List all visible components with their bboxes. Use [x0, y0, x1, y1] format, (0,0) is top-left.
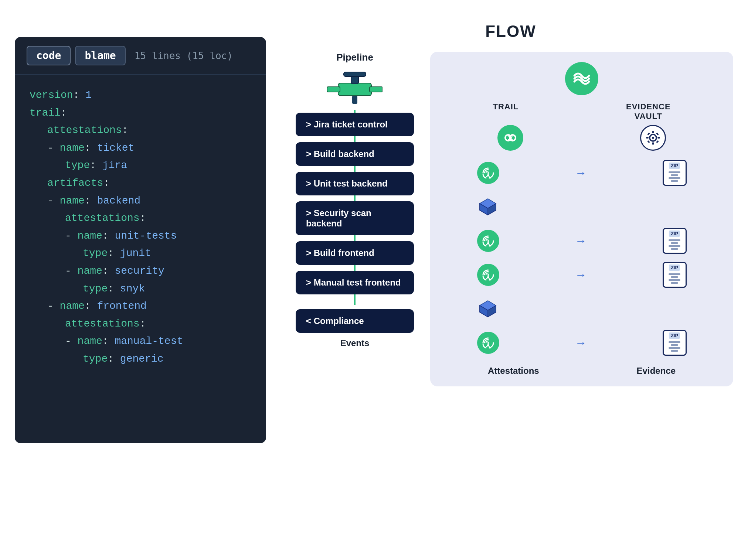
pipeline-node-manual-test[interactable]: > Manual test frontend — [296, 271, 414, 294]
lines-info: 15 lines (15 loc) — [135, 50, 233, 61]
attestation-row-5 — [439, 292, 724, 326]
evidence-vault-icon — [640, 125, 666, 151]
svg-rect-15 — [656, 133, 659, 136]
cube-icon-1 — [477, 196, 499, 218]
trail-label: TRAIL — [493, 102, 518, 121]
code-line: artifacts: — [30, 174, 251, 192]
pipeline-node-jira[interactable]: > Jira ticket control — [296, 113, 414, 136]
flow-panel: FLOW Pipeline — [288, 15, 733, 386]
attestation-row-4: → ZIP — [439, 258, 724, 292]
arrow-icon-1: → — [575, 166, 587, 180]
code-line: - name: ticket — [30, 139, 251, 157]
code-line: - name: manual-test — [30, 332, 251, 350]
evidence-vault-label: EVIDENCE VAULT — [626, 102, 670, 121]
pipeline-node-security-scan[interactable]: > Security scan backend — [296, 201, 414, 235]
svg-rect-0 — [338, 83, 371, 96]
attestation-row-6: → ZIP — [439, 326, 724, 360]
fingerprint-icon-1 — [477, 162, 499, 184]
bottom-labels: Attestations Evidence — [439, 366, 724, 376]
svg-rect-16 — [647, 140, 650, 143]
svg-rect-12 — [646, 137, 649, 139]
pipe-icon — [327, 69, 382, 110]
code-line: attestations: — [30, 122, 251, 139]
code-line: attestations: — [30, 209, 251, 227]
attestation-row-3: → ZIP — [439, 224, 724, 258]
code-line: - name: unit-tests — [30, 227, 251, 245]
chainloop-icon — [565, 62, 598, 95]
tab-code[interactable]: code — [27, 46, 71, 65]
trail-icon — [497, 125, 523, 151]
svg-rect-17 — [656, 140, 659, 143]
main-container: code blame 15 lines (15 loc) version: 1 … — [0, 0, 748, 560]
events-label: Events — [340, 338, 370, 348]
svg-rect-11 — [652, 142, 654, 145]
attestations-bottom-label: Attestations — [488, 366, 539, 376]
flow-wrapper: Pipeline — [288, 52, 733, 386]
svg-rect-4 — [344, 72, 366, 76]
pipeline-node-unit-test[interactable]: > Unit test backend — [296, 172, 414, 195]
arrow-icon-3: → — [575, 268, 587, 282]
attestation-row-1: → ZIP — [439, 156, 724, 190]
code-panel: code blame 15 lines (15 loc) version: 1 … — [15, 37, 266, 443]
top-logo-area — [439, 62, 724, 95]
svg-rect-5 — [352, 96, 357, 104]
pipeline-nodes-container: > Jira ticket control > Build backend > … — [296, 110, 414, 305]
top-icons-row — [439, 125, 724, 151]
svg-rect-10 — [652, 131, 654, 133]
pipeline-label: Pipeline — [336, 52, 373, 63]
attestation-row-2 — [439, 190, 724, 224]
fingerprint-icon-3 — [477, 264, 499, 286]
code-line: version: 1 — [30, 86, 251, 104]
evidence-bottom-label: Evidence — [637, 366, 676, 376]
tab-blame[interactable]: blame — [75, 46, 125, 65]
code-line: type: snyk — [30, 280, 251, 298]
code-line: type: junit — [30, 245, 251, 262]
code-line: - name: backend — [30, 192, 251, 210]
pipeline-node-build-backend[interactable]: > Build backend — [296, 142, 414, 166]
trail-evidence-panel: TRAIL EVIDENCE VAULT — [430, 52, 733, 386]
svg-rect-13 — [657, 137, 660, 139]
fingerprint-icon-2 — [477, 230, 499, 252]
fingerprint-icon-4 — [477, 332, 499, 354]
arrow-icon-4: → — [575, 336, 587, 350]
svg-point-9 — [652, 137, 654, 139]
code-line: type: generic — [30, 350, 251, 368]
zip-icon-4: ZIP — [663, 330, 687, 356]
code-token: version — [30, 86, 73, 104]
code-line: attestations: — [30, 315, 251, 333]
code-line: trail: — [30, 104, 251, 122]
arrow-icon-2: → — [575, 234, 587, 248]
zip-icon-1: ZIP — [663, 160, 687, 186]
code-line: - name: frontend — [30, 297, 251, 315]
pipeline-column: Pipeline — [288, 52, 421, 348]
svg-rect-14 — [647, 133, 650, 136]
code-line: type: jira — [30, 157, 251, 174]
code-body: version: 1 trail: attestations: - name: … — [15, 75, 266, 380]
pipeline-node-build-frontend[interactable]: > Build frontend — [296, 241, 414, 265]
code-toolbar: code blame 15 lines (15 loc) — [15, 37, 266, 75]
zip-icon-3: ZIP — [663, 262, 687, 288]
compliance-node[interactable]: < Compliance — [296, 309, 414, 333]
zip-icon-2: ZIP — [663, 228, 687, 254]
cube-icon-2 — [477, 298, 499, 320]
svg-rect-2 — [370, 87, 382, 92]
svg-rect-1 — [327, 87, 340, 92]
flow-title: FLOW — [485, 22, 536, 41]
column-headers: TRAIL EVIDENCE VAULT — [439, 102, 724, 121]
code-line: - name: security — [30, 262, 251, 280]
